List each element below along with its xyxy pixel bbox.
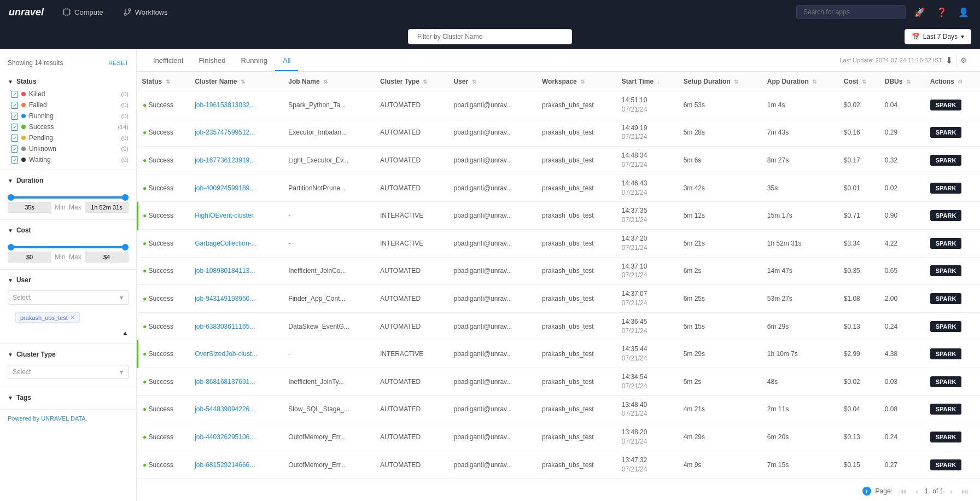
tab-inefficient[interactable]: Inefficient [145, 51, 191, 71]
cluster-name-link[interactable]: job-235747599512... [195, 129, 255, 136]
tab-finished[interactable]: Finished [191, 51, 233, 71]
user-tag-prakash[interactable]: prakash_ubs_test ✕ [15, 312, 80, 323]
page-next-button[interactable]: › [948, 486, 955, 497]
cost-section-title[interactable]: ▼ Cost [0, 224, 136, 237]
col-header-cost[interactable]: Cost ⇅ [839, 72, 880, 91]
spark-button[interactable]: SPARK [930, 238, 962, 249]
filter-item-killed[interactable]: ✓ Killed (0) [0, 89, 136, 100]
cluster-type-title[interactable]: ▼ Cluster Type [0, 348, 136, 362]
cluster-name-link[interactable]: GarbageCollection-... [195, 240, 256, 247]
cluster-filter-input[interactable] [408, 29, 572, 44]
spark-button[interactable]: SPARK [930, 183, 962, 194]
cost-max-input[interactable] [85, 252, 129, 263]
row-workspace: prakash_ubs_test [538, 340, 617, 368]
filter-item-pending[interactable]: ✓ Pending (0) [0, 132, 136, 143]
filter-item-failed[interactable]: ✓ Failed (0) [0, 100, 136, 110]
spark-button[interactable]: SPARK [930, 376, 962, 387]
spark-button[interactable]: SPARK [930, 404, 962, 415]
date-range-picker[interactable]: 📅 Last 7 Days ▾ [905, 29, 971, 44]
cost-max-thumb[interactable] [122, 244, 129, 250]
spark-button[interactable]: SPARK [930, 348, 962, 359]
tag-close-icon[interactable]: ✕ [70, 314, 75, 321]
nav-compute[interactable]: Compute [57, 4, 109, 20]
help-icon[interactable]: ❓ [934, 5, 949, 20]
column-settings-button[interactable]: ⚙ [956, 54, 971, 67]
export-button[interactable]: ⬇ [946, 55, 953, 66]
unknown-checkbox[interactable]: ✓ [11, 145, 18, 153]
filter-item-waiting[interactable]: ✓ Waiting (0) [0, 154, 136, 165]
cluster-name-link[interactable]: job-400924599189... [195, 184, 255, 192]
waiting-checkbox[interactable]: ✓ [11, 156, 18, 164]
duration-max-input[interactable] [85, 202, 129, 213]
running-checkbox[interactable]: ✓ [11, 113, 18, 120]
spark-button[interactable]: SPARK [930, 210, 962, 221]
cost-slider-track[interactable] [8, 246, 129, 248]
page-prev-button[interactable]: ‹ [913, 486, 920, 497]
cluster-name-link[interactable]: job-681529214666... [195, 461, 255, 469]
col-header-setup-duration[interactable]: Setup Duration ⇅ [679, 72, 763, 91]
cluster-name-link[interactable]: HighIOEvent-cluster [195, 212, 253, 219]
cluster-type-select[interactable]: Select [8, 365, 129, 379]
col-header-cluster-type[interactable]: Cluster Type ⇅ [376, 72, 449, 91]
nav-workflows[interactable]: Workflows [118, 4, 173, 20]
duration-section-title[interactable]: ▼ Duration [0, 174, 136, 188]
page-first-button[interactable]: ⏮ [897, 486, 909, 497]
col-header-user[interactable]: User ⇅ [449, 72, 538, 91]
spark-button[interactable]: SPARK [930, 127, 962, 138]
cluster-name-link[interactable]: OverSizedJob-clust... [195, 350, 257, 358]
user-section-title[interactable]: ▼ User [0, 274, 136, 287]
cluster-name-link[interactable]: job-544839094226... [195, 405, 255, 413]
failed-checkbox[interactable]: ✓ [11, 102, 18, 109]
cost-min-input[interactable] [8, 252, 51, 263]
row-dbus: 0.65 [880, 257, 926, 285]
killed-checkbox[interactable]: ✓ [11, 91, 18, 98]
nav-workflows-label: Workflows [135, 8, 168, 16]
duration-slider-track[interactable] [8, 196, 129, 199]
cluster-name-link[interactable]: job-108980184113... [195, 267, 255, 275]
user-icon[interactable]: 👤 [956, 5, 971, 20]
cost-min-thumb[interactable] [8, 244, 14, 250]
cluster-name-link[interactable]: job-868168137691... [195, 378, 255, 386]
status-section-title[interactable]: ▼ Status [0, 75, 136, 89]
filter-item-success[interactable]: ✓ Success (14) [0, 121, 136, 132]
spark-button[interactable]: SPARK [930, 155, 962, 166]
page-last-button[interactable]: ⏭ [959, 486, 971, 497]
col-header-app-duration[interactable]: App Duration ⇅ [763, 72, 839, 91]
duration-max-thumb[interactable] [122, 194, 129, 201]
tab-running[interactable]: Running [234, 51, 275, 71]
filter-item-unknown[interactable]: ✓ Unknown (0) [0, 143, 136, 154]
filter-item-running[interactable]: ✓ Running (0) [0, 110, 136, 121]
user-collapse-btn[interactable]: ▲ [0, 327, 136, 339]
running-label: Running [29, 112, 54, 120]
reset-button[interactable]: RESET [108, 60, 129, 66]
spark-button[interactable]: SPARK [930, 459, 962, 470]
rocket-icon[interactable]: 🚀 [912, 5, 928, 20]
col-header-workspace[interactable]: Workspace ⇅ [538, 72, 617, 91]
cluster-name-link[interactable]: job-943149193950... [195, 295, 255, 302]
spark-button[interactable]: SPARK [930, 293, 962, 304]
cluster-name-link[interactable]: job-440326295106... [195, 433, 255, 441]
col-header-status[interactable]: Status ⇅ [138, 72, 191, 91]
col-header-job-name[interactable]: Job Name ⇅ [284, 72, 376, 91]
col-header-cluster-name[interactable]: Cluster Name ⇅ [190, 72, 284, 91]
tab-all[interactable]: All [275, 51, 298, 71]
col-gear-icon[interactable]: ⚙ [958, 79, 962, 85]
powered-by-period: . [86, 415, 88, 422]
duration-min-thumb[interactable] [8, 194, 14, 201]
col-header-start-time[interactable]: Start Time ↓ [617, 72, 679, 91]
spark-button[interactable]: SPARK [930, 321, 962, 332]
spark-button[interactable]: SPARK [930, 100, 962, 110]
cluster-name-link[interactable]: job-196153813032... [195, 101, 255, 109]
cluster-name-link[interactable]: job-638303611165... [195, 323, 255, 330]
tags-section-title[interactable]: ▼ Tags [0, 392, 136, 405]
duration-min-input[interactable] [8, 202, 51, 213]
user-select[interactable]: Select [8, 290, 129, 305]
col-header-dbus[interactable]: DBUs ⇅ [880, 72, 926, 91]
spark-button[interactable]: SPARK [930, 265, 962, 276]
pending-checkbox[interactable]: ✓ [11, 135, 18, 142]
powered-by-brand[interactable]: UNRAVEL DATA [41, 415, 86, 422]
success-checkbox[interactable]: ✓ [11, 124, 18, 131]
search-input[interactable] [796, 5, 906, 19]
cluster-name-link[interactable]: job-167736123919... [195, 156, 255, 164]
spark-button[interactable]: SPARK [930, 432, 962, 442]
